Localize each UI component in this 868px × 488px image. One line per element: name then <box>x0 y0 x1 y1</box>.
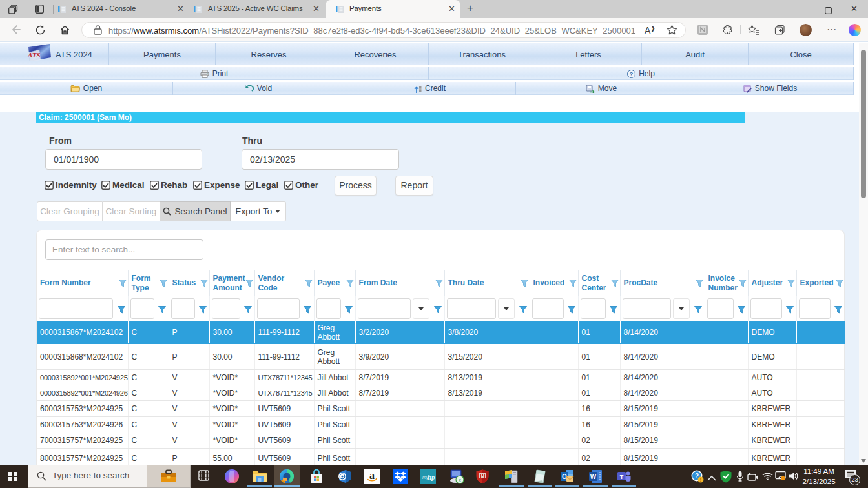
svg-text:W: W <box>590 473 597 480</box>
svg-text:x: x <box>459 478 461 482</box>
svg-text:T: T <box>620 474 624 480</box>
svg-text:a: a <box>369 470 375 481</box>
svg-text:hp: hp <box>428 473 435 481</box>
svg-text:ATS: ATS <box>27 51 41 59</box>
svg-text:?: ? <box>630 70 634 77</box>
svg-text:!: ! <box>700 478 701 482</box>
